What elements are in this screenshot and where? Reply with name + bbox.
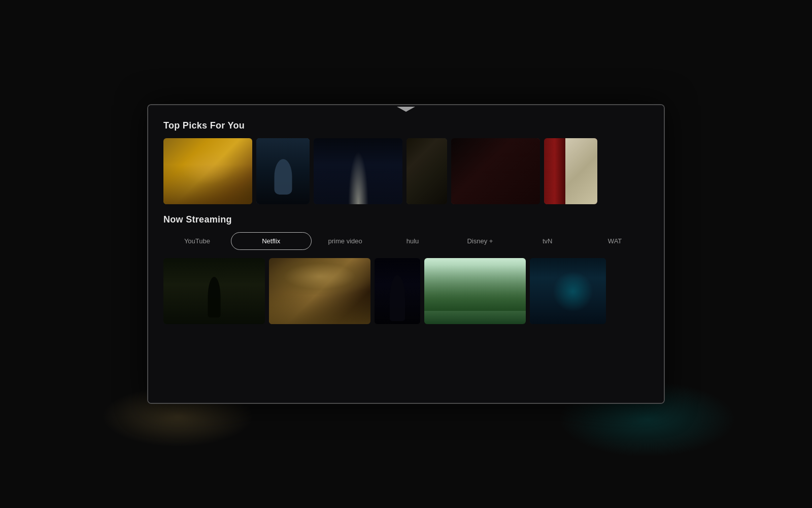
service-tabs: YouTube Netflix prime video hulu Disney … — [163, 232, 649, 250]
stream-thumb-5[interactable] — [530, 258, 606, 324]
tab-disney[interactable]: Disney + — [446, 232, 514, 250]
tv-notch — [391, 105, 421, 113]
top-picks-section: Top Picks For You — [163, 120, 649, 204]
stream-thumb-1[interactable] — [163, 258, 265, 324]
tv-screen: Top Picks For You — [148, 105, 664, 403]
top-picks-row — [163, 138, 649, 204]
top-pick-4[interactable] — [407, 138, 447, 204]
streaming-thumbnails — [163, 258, 649, 324]
top-picks-title: Top Picks For You — [163, 120, 649, 131]
tab-wat[interactable]: WAT — [581, 232, 649, 250]
stream-thumb-3[interactable] — [375, 258, 420, 324]
now-streaming-section: Now Streaming YouTube Netflix prime vide… — [163, 214, 649, 324]
tab-youtube[interactable]: YouTube — [163, 232, 231, 250]
stream-thumb-4[interactable] — [424, 258, 526, 324]
top-pick-6[interactable] — [544, 138, 597, 204]
chevron-down-icon — [397, 107, 415, 112]
top-pick-2[interactable] — [256, 138, 310, 204]
tab-tvn[interactable]: tvN — [514, 232, 581, 250]
stream-thumb-2[interactable] — [269, 258, 370, 324]
tv-frame: Top Picks For You — [147, 104, 665, 404]
top-pick-5[interactable] — [451, 138, 540, 204]
tab-hulu[interactable]: hulu — [379, 232, 447, 250]
top-pick-1[interactable] — [163, 138, 252, 204]
tab-prime[interactable]: prime video — [312, 232, 379, 250]
top-pick-3[interactable] — [314, 138, 402, 204]
tab-netflix[interactable]: Netflix — [231, 232, 312, 250]
now-streaming-title: Now Streaming — [163, 214, 649, 225]
